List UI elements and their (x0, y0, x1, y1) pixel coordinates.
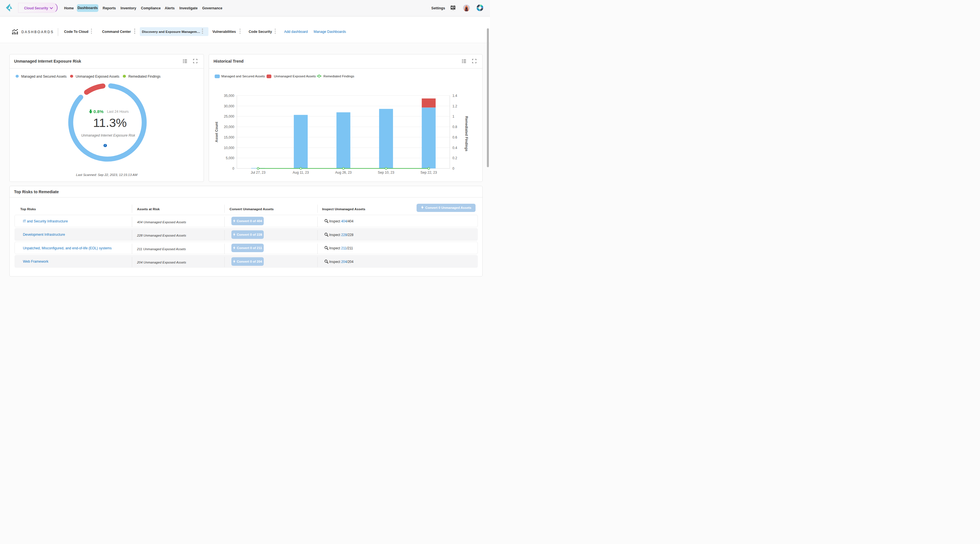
svg-text:25,000: 25,000 (224, 114, 234, 119)
svg-text:1: 1 (452, 114, 454, 119)
svg-text:0.4: 0.4 (452, 146, 457, 150)
svg-text:Asset Count: Asset Count (215, 122, 218, 142)
svg-text:20,000: 20,000 (224, 125, 234, 129)
svg-text:1.2: 1.2 (452, 104, 457, 108)
svg-text:10,000: 10,000 (224, 146, 234, 150)
svg-text:5,000: 5,000 (226, 156, 234, 160)
svg-text:35,000: 35,000 (224, 94, 234, 98)
svg-text:0: 0 (232, 167, 234, 171)
svg-text:Aug 11, 23: Aug 11, 23 (293, 171, 309, 174)
svg-text:0.6: 0.6 (452, 135, 457, 140)
svg-text:Remediated Findings: Remediated Findings (465, 116, 468, 152)
svg-text:0.8: 0.8 (452, 125, 457, 129)
svg-text:0.2: 0.2 (452, 156, 457, 160)
svg-text:15,000: 15,000 (224, 135, 234, 140)
svg-text:1.4: 1.4 (452, 94, 457, 98)
svg-text:30,000: 30,000 (224, 104, 234, 108)
svg-text:Jul 27, 23: Jul 27, 23 (251, 171, 266, 174)
svg-text:Sep 10, 23: Sep 10, 23 (378, 171, 394, 174)
svg-text:Sep 22, 23: Sep 22, 23 (420, 171, 437, 174)
svg-text:Aug 26, 23: Aug 26, 23 (335, 171, 352, 174)
svg-text:0: 0 (452, 167, 454, 171)
